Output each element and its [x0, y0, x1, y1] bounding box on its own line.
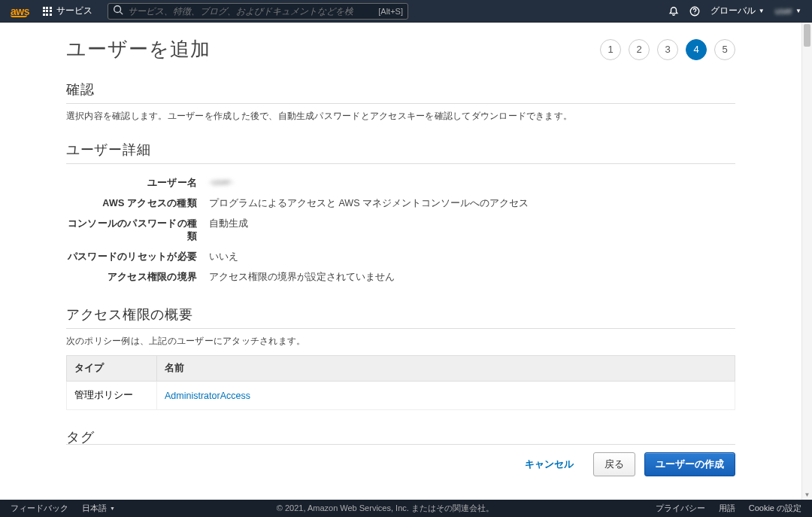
footer-language-selector[interactable]: 日本語 ▼ — [82, 503, 115, 514]
search-icon — [113, 5, 123, 17]
services-menu[interactable]: サービス — [35, 5, 100, 17]
section-permissions-desc: 次のポリシー例は、上記のユーザーにアタッチされます。 — [66, 335, 735, 348]
account-menu[interactable]: user ▼ — [775, 6, 801, 17]
table-row: 管理ポリシー AdministratorAccess — [67, 382, 735, 410]
detail-access-type: AWS アクセスの種類 プログラムによるアクセスと AWS マネジメントコンソー… — [66, 193, 735, 214]
help-icon — [689, 6, 700, 17]
detail-access-type-value: プログラムによるアクセスと AWS マネジメントコンソールへのアクセス — [209, 197, 735, 210]
chevron-down-icon: ▼ — [795, 8, 801, 14]
create-user-button[interactable]: ユーザーの作成 — [644, 452, 735, 476]
step-3[interactable]: 3 — [657, 39, 678, 60]
notifications-button[interactable] — [668, 6, 679, 17]
account-label: user — [775, 6, 792, 17]
top-nav: aws サービス [Alt+S] グローバル ▼ use — [0, 0, 812, 23]
detail-permission-boundary-label: アクセス権限の境界 — [66, 271, 209, 284]
detail-password-reset: パスワードのリセットが必要 いいえ — [66, 247, 735, 267]
detail-password-reset-label: パスワードのリセットが必要 — [66, 251, 209, 263]
detail-password-type-label: コンソールのパスワードの種類 — [66, 217, 209, 243]
detail-username-value: -user- — [209, 177, 735, 190]
policy-name-link[interactable]: AdministratorAccess — [165, 391, 250, 401]
footer-terms-link[interactable]: 用語 — [719, 503, 735, 514]
step-2[interactable]: 2 — [629, 39, 650, 60]
vertical-scrollbar[interactable]: ▲ ▼ — [801, 23, 812, 500]
console-footer: フィードバック 日本語 ▼ © 2021, Amazon Web Service… — [0, 500, 812, 517]
region-label: グローバル — [710, 5, 756, 17]
back-button[interactable]: 戻る — [593, 452, 635, 476]
permissions-table: タイプ 名前 管理ポリシー AdministratorAccess — [66, 355, 735, 410]
search-input[interactable] — [128, 6, 353, 17]
section-confirm-desc: 選択内容を確認します。ユーザーを作成した後で、自動生成パスワードとアクセスキーを… — [66, 110, 735, 123]
footer-feedback-link[interactable]: フィードバック — [11, 503, 68, 514]
chevron-down-icon: ▼ — [110, 506, 115, 511]
user-details: ユーザー名 -user- AWS アクセスの種類 プログラムによるアクセスと A… — [66, 173, 735, 287]
detail-password-type-value: 自動生成 — [209, 217, 735, 243]
section-permissions-heading: アクセス権限の概要 — [66, 306, 735, 329]
footer-copyright: © 2021, Amazon Web Services, Inc. またはその関… — [115, 503, 656, 514]
detail-access-type-label: AWS アクセスの種類 — [66, 197, 209, 210]
page-title: ユーザーを追加 — [66, 36, 211, 62]
main-viewport: ユーザーを追加 1 2 3 4 5 確認 選択内容を確認します。ユーザーを作成し… — [0, 23, 812, 500]
policy-type: 管理ポリシー — [67, 382, 157, 410]
step-5[interactable]: 5 — [714, 39, 735, 60]
detail-permission-boundary-value: アクセス権限の境界が設定されていません — [209, 271, 735, 284]
step-4[interactable]: 4 — [686, 39, 707, 60]
content-area: ユーザーを追加 1 2 3 4 5 確認 選択内容を確認します。ユーザーを作成し… — [66, 23, 735, 500]
footer-privacy-link[interactable]: プライバシー — [656, 503, 705, 514]
cancel-button[interactable]: キャンセル — [514, 452, 584, 476]
grid-icon — [43, 7, 52, 16]
scroll-down-arrow-icon[interactable]: ▼ — [802, 489, 812, 500]
chevron-down-icon: ▼ — [759, 8, 765, 14]
region-selector[interactable]: グローバル ▼ — [710, 5, 765, 17]
detail-username-label: ユーザー名 — [66, 177, 209, 190]
global-search[interactable]: [Alt+S] — [108, 3, 408, 20]
step-1[interactable]: 1 — [600, 39, 621, 60]
detail-password-type: コンソールのパスワードの種類 自動生成 — [66, 214, 735, 247]
section-confirm-heading: 確認 — [66, 81, 735, 104]
wizard-actions-bar: キャンセル 戻る ユーザーの作成 — [0, 444, 801, 482]
wizard-steps: 1 2 3 4 5 — [600, 39, 735, 60]
help-button[interactable] — [689, 6, 700, 17]
permissions-col-name: 名前 — [157, 356, 735, 382]
svg-point-3 — [694, 13, 695, 14]
search-shortcut: [Alt+S] — [378, 7, 403, 16]
svg-line-1 — [120, 12, 123, 15]
svg-point-0 — [114, 6, 121, 13]
footer-language-label: 日本語 — [82, 503, 107, 514]
detail-permission-boundary: アクセス権限の境界 アクセス権限の境界が設定されていません — [66, 267, 735, 287]
aws-logo-text: aws — [11, 5, 29, 17]
permissions-col-type: タイプ — [67, 356, 157, 382]
detail-username: ユーザー名 -user- — [66, 173, 735, 193]
footer-cookie-link[interactable]: Cookie の設定 — [749, 503, 801, 514]
section-details-heading: ユーザー詳細 — [66, 141, 735, 164]
services-label: サービス — [56, 5, 92, 17]
scrollbar-thumb[interactable] — [804, 24, 810, 47]
aws-logo[interactable]: aws — [5, 5, 35, 17]
detail-password-reset-value: いいえ — [209, 251, 735, 263]
bell-icon — [668, 6, 679, 17]
